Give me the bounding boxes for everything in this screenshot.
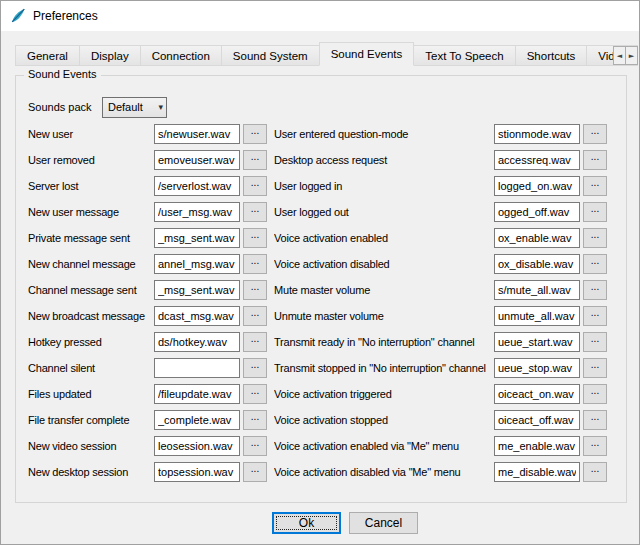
sound-file-input[interactable] (154, 410, 240, 430)
sound-event-row: Private message sent... (28, 225, 267, 251)
sound-file-input[interactable] (494, 462, 580, 482)
sound-event-row: User entered question-mode... (274, 121, 607, 147)
sound-event-row: Hotkey pressed... (28, 329, 267, 355)
sound-file-input[interactable] (154, 150, 240, 170)
sound-file-input[interactable] (494, 384, 580, 404)
sound-event-row: Channel silent... (28, 355, 267, 381)
window-title: Preferences (33, 9, 98, 23)
sound-event-label: User logged out (274, 206, 494, 218)
browse-button[interactable]: ... (243, 410, 267, 430)
sound-file-input[interactable] (494, 254, 580, 274)
sound-event-row: New channel message... (28, 251, 267, 277)
ok-button[interactable]: Ok (272, 512, 341, 534)
sound-file-input[interactable] (494, 150, 580, 170)
browse-button[interactable]: ... (583, 202, 607, 222)
arrow-right-icon: ► (629, 52, 634, 60)
sound-event-row: Channel message sent... (28, 277, 267, 303)
sound-file-input[interactable] (154, 228, 240, 248)
browse-button[interactable]: ... (583, 332, 607, 352)
sound-file-input[interactable] (154, 384, 240, 404)
sound-file-input[interactable] (154, 462, 240, 482)
cancel-button[interactable]: Cancel (349, 512, 418, 534)
sound-file-input[interactable] (494, 176, 580, 196)
sound-file-input[interactable] (154, 124, 240, 144)
tab-text-to-speech[interactable]: Text To Speech (413, 45, 515, 66)
sound-event-label: User entered question-mode (274, 128, 494, 140)
sound-file-input[interactable] (154, 436, 240, 456)
browse-button[interactable]: ... (243, 384, 267, 404)
browse-button[interactable]: ... (243, 150, 267, 170)
sound-event-label: Server lost (28, 180, 154, 192)
sound-event-label: Transmit ready in "No interruption" chan… (274, 336, 494, 348)
browse-button[interactable]: ... (243, 124, 267, 144)
browse-button[interactable]: ... (243, 280, 267, 300)
sound-file-input[interactable] (494, 124, 580, 144)
tab-shortcuts[interactable]: Shortcuts (515, 45, 588, 66)
sound-file-input[interactable] (494, 410, 580, 430)
browse-button[interactable]: ... (243, 436, 267, 456)
sound-file-input[interactable] (154, 176, 240, 196)
browse-button[interactable]: ... (243, 306, 267, 326)
sound-event-label: Mute master volume (274, 284, 494, 296)
browse-button[interactable]: ... (583, 384, 607, 404)
tab-connection[interactable]: Connection (140, 45, 222, 66)
browse-button[interactable]: ... (243, 202, 267, 222)
sound-event-row: Transmit ready in "No interruption" chan… (274, 329, 607, 355)
sound-file-input[interactable] (494, 358, 580, 378)
sound-event-label: Channel message sent (28, 284, 154, 296)
sound-file-input[interactable] (154, 280, 240, 300)
sound-file-input[interactable] (154, 306, 240, 326)
browse-button[interactable]: ... (243, 332, 267, 352)
chevron-down-icon: ▾ (158, 102, 163, 112)
tab-sound-events[interactable]: Sound Events (319, 42, 415, 66)
browse-button[interactable]: ... (243, 228, 267, 248)
browse-button[interactable]: ... (583, 124, 607, 144)
sound-file-input[interactable] (154, 254, 240, 274)
browse-button[interactable]: ... (583, 280, 607, 300)
browse-button[interactable]: ... (583, 254, 607, 274)
tab-sound-system[interactable]: Sound System (221, 45, 320, 66)
browse-button[interactable]: ... (583, 462, 607, 482)
sounds-pack-row: Sounds pack Default ▾ (28, 96, 167, 118)
sound-event-row: New video session... (28, 433, 267, 459)
sound-event-label: Voice activation disabled (274, 258, 494, 270)
sound-event-label: Desktop access request (274, 154, 494, 166)
sound-file-input[interactable] (154, 358, 240, 378)
sound-file-input[interactable] (494, 280, 580, 300)
sound-event-row: File transfer complete... (28, 407, 267, 433)
sound-event-row: Voice activation enabled... (274, 225, 607, 251)
browse-button[interactable]: ... (243, 462, 267, 482)
sound-file-input[interactable] (154, 202, 240, 222)
tab-general[interactable]: General (15, 45, 80, 66)
tab-scroll-right-button[interactable]: ► (625, 46, 638, 65)
sound-file-input[interactable] (494, 202, 580, 222)
browse-button[interactable]: ... (243, 176, 267, 196)
sound-event-row: New user message... (28, 199, 267, 225)
sound-event-row: Voice activation triggered... (274, 381, 607, 407)
sound-event-row: Voice activation disabled via "Me" menu.… (274, 459, 607, 485)
browse-button[interactable]: ... (583, 436, 607, 456)
browse-button[interactable]: ... (583, 358, 607, 378)
sound-file-input[interactable] (494, 332, 580, 352)
sound-file-input[interactable] (494, 436, 580, 456)
title-bar: Preferences (1, 1, 639, 31)
browse-button[interactable]: ... (243, 254, 267, 274)
sound-event-label: Channel silent (28, 362, 154, 374)
browse-button[interactable]: ... (583, 410, 607, 430)
tab-scroller: ◄ ► (614, 46, 638, 65)
sound-events-column-right: User entered question-mode...Desktop acc… (274, 121, 607, 485)
sounds-pack-combobox[interactable]: Default ▾ (102, 97, 167, 118)
browse-button[interactable]: ... (583, 228, 607, 248)
browse-button[interactable]: ... (583, 150, 607, 170)
groupbox-legend: Sound Events (24, 68, 101, 80)
app-icon (10, 8, 26, 24)
browse-button[interactable]: ... (583, 176, 607, 196)
tab-display[interactable]: Display (79, 45, 141, 66)
sound-event-row: New desktop session... (28, 459, 267, 485)
sound-file-input[interactable] (494, 306, 580, 326)
sound-event-label: Voice activation enabled via "Me" menu (274, 440, 494, 452)
sound-file-input[interactable] (154, 332, 240, 352)
browse-button[interactable]: ... (583, 306, 607, 326)
sound-file-input[interactable] (494, 228, 580, 248)
browse-button[interactable]: ... (243, 358, 267, 378)
